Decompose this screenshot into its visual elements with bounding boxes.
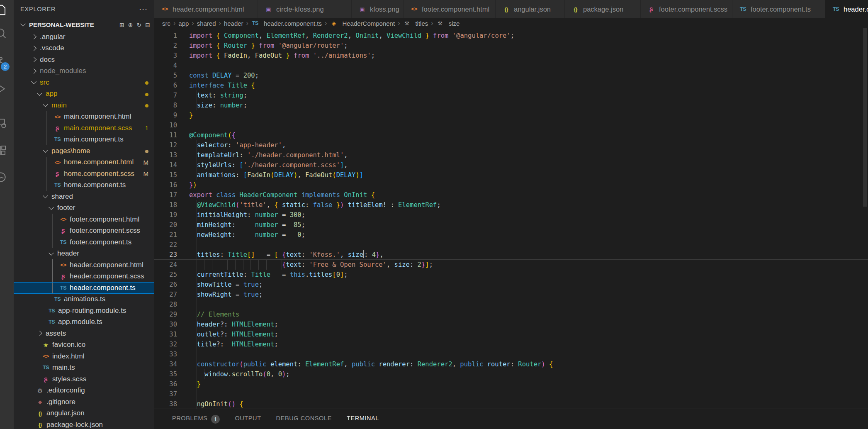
extensions-icon[interactable]: [0, 144, 7, 157]
editor-scrollbar[interactable]: [862, 28, 868, 409]
tree-file-main.ts[interactable]: TSmain.ts: [14, 362, 154, 374]
breadcrumb-item-header[interactable]: header: [224, 20, 243, 27]
tab-footer.component.scss[interactable]: ʂfooter.component.scss: [641, 0, 732, 18]
tree-file-.editorconfig[interactable]: ⚙.editorconfig: [14, 385, 154, 397]
tree-file-main.component.scss[interactable]: ʂmain.component.scss1: [14, 122, 154, 134]
tree-file-main.component.ts[interactable]: TSmain.component.ts: [14, 134, 154, 146]
tree-file-header.component.scss[interactable]: ʂheader.component.scss: [14, 271, 154, 283]
breadcrumb-item-headercomponent[interactable]: ◈HeaderComponent: [330, 20, 395, 27]
project-section-header[interactable]: PERSONAL-WEBSITE ⊞⊕↻⊟: [14, 18, 154, 31]
tree-file-app-routing.module.ts[interactable]: TSapp-routing.module.ts: [14, 305, 154, 317]
tree-folder-pages-home[interactable]: pages\home: [14, 145, 154, 157]
tree-file-footer.component.html[interactable]: <>footer.component.html: [14, 214, 154, 225]
tree-file-main.component.html[interactable]: <>main.component.html: [14, 111, 154, 123]
code-line-4[interactable]: 4: [154, 61, 868, 71]
panel-tab-debug-console[interactable]: DEBUG CONSOLE: [276, 415, 332, 423]
refresh-icon[interactable]: ↻: [137, 22, 142, 28]
code-line-9[interactable]: 9}: [154, 110, 868, 120]
tree-folder-node-modules[interactable]: node_modules: [14, 66, 154, 77]
tree-folder-shared[interactable]: shared: [14, 191, 154, 202]
tab-footer.component.html[interactable]: <>footer.component.html: [404, 0, 496, 18]
panel-tab-output[interactable]: OUTPUT: [235, 415, 261, 423]
code-line-37[interactable]: 37: [154, 389, 868, 399]
tree-file-animations.ts[interactable]: TSanimations.ts: [14, 294, 154, 305]
tree-file-app.module.ts[interactable]: TSapp.module.ts: [14, 317, 154, 328]
code-line-10[interactable]: 10: [154, 120, 868, 130]
tree-file-footer.component.ts[interactable]: TSfooter.component.ts: [14, 236, 154, 248]
code-line-27[interactable]: 27showRight = true;: [154, 290, 868, 300]
code-line-8[interactable]: 8size: number;: [154, 100, 868, 110]
tab-package.json[interactable]: {}package.json: [565, 0, 641, 18]
tab-header.component.html[interactable]: <>header.component.html: [154, 0, 258, 18]
code-line-25[interactable]: 25currentTitle: Title = this.titles[0];: [154, 270, 868, 280]
code-line-3[interactable]: 3import { FadeIn, FadeOut } from '../ani…: [154, 51, 868, 61]
new-file-icon[interactable]: ⊞: [119, 22, 124, 28]
breadcrumb-item-size[interactable]: ⚒size: [436, 20, 460, 27]
code-line-23[interactable]: 23titles: Title[] = [ {text: 'Kfoss.', s…: [154, 250, 868, 260]
tree-file-index.html[interactable]: <>index.html: [14, 351, 154, 362]
tree-file-footer.component.scss[interactable]: ʂfooter.component.scss: [14, 225, 154, 237]
panel-tab-terminal[interactable]: TERMINAL: [347, 415, 379, 423]
tree-file-header.component.ts[interactable]: TSheader.component.ts: [14, 282, 154, 294]
tree-folder-assets[interactable]: assets: [14, 328, 154, 339]
code-editor[interactable]: 1import { Component, ElementRef, Rendere…: [154, 28, 868, 409]
run-debug-icon[interactable]: [0, 83, 7, 95]
tree-folder-src[interactable]: src: [14, 77, 154, 88]
code-line-36[interactable]: 36}: [154, 379, 868, 389]
breadcrumb-item-titles[interactable]: ⚒titles: [403, 20, 428, 27]
tree-file-package-lock.json[interactable]: {}package-lock.json: [14, 419, 154, 429]
breadcrumb-item-src[interactable]: src: [162, 20, 170, 27]
panel-tab-problems[interactable]: PROBLEMS1: [172, 415, 220, 424]
scrollbar-thumb[interactable]: [863, 28, 867, 207]
tree-folder-app[interactable]: app: [14, 88, 154, 100]
code-line-17[interactable]: 17export class HeaderComponent implement…: [154, 190, 868, 200]
code-line-18[interactable]: 18@ViewChild('title', { static: false })…: [154, 200, 868, 210]
code-line-16[interactable]: 16}): [154, 180, 868, 190]
tree-folder-header[interactable]: header: [14, 248, 154, 260]
tree-folder-.vscode[interactable]: .vscode: [14, 43, 154, 54]
tree-file-header.component.html[interactable]: <>header.component.html: [14, 259, 154, 271]
code-line-14[interactable]: 14styleUrls: ['./header.component.scss']…: [154, 160, 868, 170]
tab-header.component.ts[interactable]: TSheader.component.ts: [825, 0, 868, 18]
code-line-12[interactable]: 12selector: 'app-header',: [154, 140, 868, 150]
tree-file-favicon.ico[interactable]: ★favicon.ico: [14, 339, 154, 351]
new-folder-icon[interactable]: ⊕: [128, 22, 133, 28]
code-line-6[interactable]: 6interface Title {: [154, 80, 868, 90]
code-line-34[interactable]: 34constructor(public element: ElementRef…: [154, 359, 868, 369]
code-line-22[interactable]: 22: [154, 240, 868, 250]
tab-kfoss.png[interactable]: ▣kfoss.png: [352, 0, 404, 18]
test-icon[interactable]: [0, 171, 7, 183]
code-line-24[interactable]: 24{text: 'Free & Open Source', size: 2}]…: [154, 260, 868, 270]
code-line-19[interactable]: 19initialHeight: number = 300;: [154, 210, 868, 220]
tab-footer.component.ts[interactable]: TSfooter.component.ts: [732, 0, 825, 18]
code-line-28[interactable]: 28: [154, 300, 868, 310]
collapse-all-icon[interactable]: ⊟: [145, 22, 150, 28]
tab-angular.json[interactable]: {}angular.json: [496, 0, 565, 18]
tree-file-styles.scss[interactable]: ʂstyles.scss: [14, 373, 154, 385]
code-line-20[interactable]: 20minHeight: number = 85;: [154, 220, 868, 230]
code-line-7[interactable]: 7text: string;: [154, 90, 868, 100]
code-line-33[interactable]: 33: [154, 349, 868, 359]
tree-file-home.component.html[interactable]: <>home.component.htmlM: [14, 157, 154, 168]
tree-folder-.angular[interactable]: .angular: [14, 31, 154, 43]
tab-circle-kfoss.png[interactable]: ▣circle-kfoss.png: [258, 0, 352, 18]
code-line-5[interactable]: 5const DELAY = 200;: [154, 71, 868, 80]
tree-folder-main[interactable]: main: [14, 100, 154, 111]
code-line-11[interactable]: 11@Component({: [154, 130, 868, 140]
code-line-13[interactable]: 13templateUrl: './header.component.html'…: [154, 150, 868, 160]
code-line-35[interactable]: 35window.scrollTo(0, 0);: [154, 369, 868, 379]
code-line-29[interactable]: 29// Elements: [154, 310, 868, 319]
code-line-21[interactable]: 21newHeight: number = 0;: [154, 230, 868, 240]
code-line-31[interactable]: 31outlet?: HTMLElement;: [154, 329, 868, 339]
explorer-icon[interactable]: [0, 4, 7, 16]
code-line-38[interactable]: 38ngOnInit() {: [154, 399, 868, 409]
code-line-26[interactable]: 26showTitle = true;: [154, 280, 868, 290]
code-line-32[interactable]: 32title?: HTMLElement;: [154, 339, 868, 349]
code-line-1[interactable]: 1import { Component, ElementRef, Rendere…: [154, 31, 868, 41]
tree-file-.gitignore[interactable]: ◆.gitignore: [14, 396, 154, 408]
tree-file-angular.json[interactable]: {}angular.json: [14, 408, 154, 419]
search-icon[interactable]: [0, 27, 7, 39]
code-line-15[interactable]: 15animations: [FadeIn(DELAY), FadeOut(DE…: [154, 170, 868, 180]
code-line-30[interactable]: 30header?: HTMLElement;: [154, 319, 868, 329]
tree-file-home.component.scss[interactable]: ʂhome.component.scssM: [14, 168, 154, 180]
